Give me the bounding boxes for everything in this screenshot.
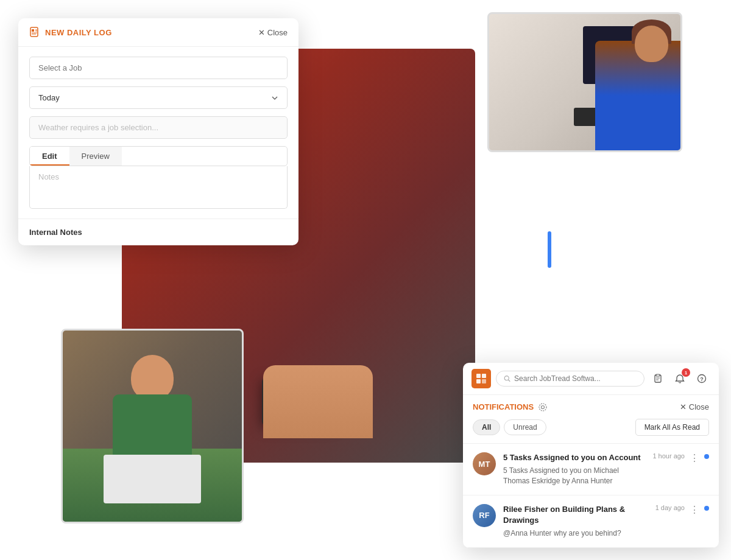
notif-item-body: @Anna Hunter why are you behind? — [503, 528, 648, 539]
internal-notes-label: Internal Notes — [18, 219, 298, 245]
notif-header-bar: 1 ? — [463, 363, 719, 395]
notification-item: MT 5 Tasks Assigned to you on Account 5 … — [463, 444, 719, 495]
close-x-icon: ✕ — [258, 28, 265, 37]
svg-rect-8 — [476, 379, 481, 383]
svg-rect-9 — [482, 379, 486, 383]
unread-dot — [704, 454, 709, 459]
modal-header: NEW DAILY LOG ✕ Close — [18, 18, 298, 47]
person-body — [113, 394, 192, 455]
notif-content: 5 Tasks Assigned to you on Account 5 Tas… — [503, 452, 645, 486]
clipboard-icon-button[interactable] — [649, 370, 666, 387]
daily-log-modal: NEW DAILY LOG ✕ Close Today Weather requ… — [18, 18, 298, 245]
filter-row: All Unread Mark All As Read — [463, 419, 719, 443]
svg-rect-13 — [656, 374, 660, 376]
notif-meta: 1 day ago ⋮ — [655, 504, 709, 539]
help-icon-button[interactable]: ? — [693, 370, 710, 387]
tabs-row: Edit Preview — [29, 146, 288, 166]
notif-more-button[interactable]: ⋮ — [690, 504, 699, 516]
notif-time: 1 day ago — [655, 504, 685, 511]
notifications-list: MT 5 Tasks Assigned to you on Account 5 … — [463, 443, 719, 548]
background-laptop-photo — [61, 329, 244, 523]
notif-title-bar: NOTIFICATIONS ✕ Close — [463, 395, 719, 419]
svg-rect-1 — [32, 29, 34, 32]
desk-person — [595, 41, 680, 150]
avatar-initials: MT — [479, 460, 490, 469]
svg-point-10 — [504, 376, 509, 380]
person-head — [131, 355, 174, 401]
bell-icon-button[interactable]: 1 — [671, 370, 688, 387]
tab-preview-button[interactable]: Preview — [69, 147, 122, 166]
modal-body: Today Weather requires a job selection..… — [18, 47, 298, 219]
search-bar[interactable] — [496, 371, 644, 387]
header-icons: 1 ? — [649, 370, 710, 387]
avatar: RF — [473, 504, 496, 527]
job-select-input[interactable] — [29, 57, 288, 79]
notif-time: 1 hour ago — [652, 452, 685, 460]
notification-item: RF Rilee Fisher on Building Plans & Draw… — [463, 495, 719, 548]
svg-point-18 — [542, 405, 545, 408]
svg-point-19 — [539, 404, 546, 411]
modal-title: NEW DAILY LOG — [29, 27, 112, 38]
notif-more-button[interactable]: ⋮ — [690, 452, 699, 464]
log-icon — [29, 27, 40, 38]
notif-content: Rilee Fisher on Building Plans & Drawing… — [503, 504, 648, 539]
background-desk-photo — [487, 12, 682, 152]
settings-icon[interactable] — [539, 403, 547, 411]
search-input[interactable] — [514, 374, 637, 383]
modal-close-button[interactable]: ✕ Close — [258, 28, 288, 37]
laptop-device — [104, 455, 201, 503]
notif-item-body: 5 Tasks Assigned to you on Michael Thoma… — [503, 466, 645, 486]
svg-rect-7 — [482, 374, 486, 378]
mark-all-read-button[interactable]: Mark All As Read — [635, 419, 709, 436]
svg-rect-6 — [476, 374, 481, 378]
person-head-desk — [635, 26, 668, 62]
avatar-initials: RF — [479, 511, 489, 520]
notifications-panel: 1 ? NOTIFICATIONS ✕ Close All — [463, 363, 719, 548]
notification-badge: 1 — [682, 368, 690, 377]
weather-field: Weather requires a job selection... — [29, 116, 288, 139]
notif-item-title: 5 Tasks Assigned to you on Account — [503, 452, 645, 463]
svg-rect-0 — [30, 27, 38, 37]
date-select[interactable]: Today — [29, 86, 288, 109]
notif-item-title: Rilee Fisher on Building Plans & Drawing… — [503, 504, 648, 526]
filter-unread-button[interactable]: Unread — [504, 419, 546, 435]
jobtread-logo — [471, 369, 491, 388]
blue-accent-line-2 — [548, 231, 551, 268]
filter-tabs: All Unread — [473, 419, 546, 435]
avatar: MT — [473, 452, 496, 475]
notif-close-button[interactable]: ✕ Close — [680, 402, 709, 411]
unread-dot — [704, 506, 709, 511]
tab-edit-button[interactable]: Edit — [30, 147, 69, 166]
notes-textarea[interactable]: Notes — [29, 166, 288, 209]
close-x-icon-2: ✕ — [680, 402, 687, 411]
filter-all-button[interactable]: All — [473, 419, 500, 435]
notif-title: NOTIFICATIONS — [473, 402, 547, 411]
svg-line-11 — [508, 380, 510, 382]
editor-tabs-container: Edit Preview Notes — [29, 146, 288, 209]
svg-text:?: ? — [700, 376, 704, 382]
search-icon — [504, 375, 510, 382]
notif-meta: 1 hour ago ⋮ — [652, 452, 709, 486]
